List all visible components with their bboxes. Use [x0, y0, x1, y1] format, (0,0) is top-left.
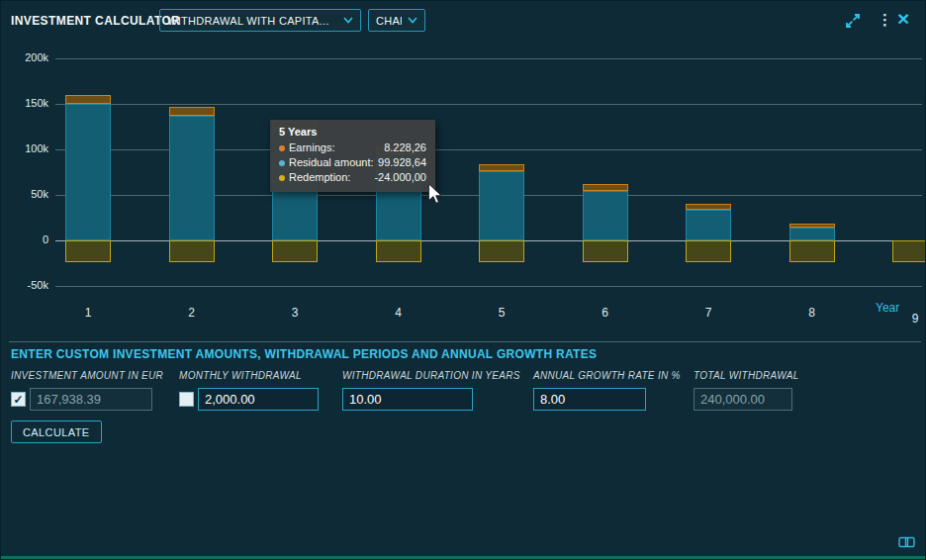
- bar-residual-amount[interactable]: [479, 171, 524, 240]
- field-group-monthly-withdrawal: MONTHLY WITHDRAWAL: [179, 370, 319, 411]
- bottom-accent-strip: [1, 556, 925, 559]
- bar-redemption[interactable]: [65, 240, 111, 262]
- bar-redemption[interactable]: [479, 240, 524, 262]
- bar-residual-amount[interactable]: [789, 228, 835, 240]
- y-axis-tick: 150k: [7, 97, 48, 109]
- bar-redemption[interactable]: [169, 240, 215, 262]
- withdrawal-duration-input[interactable]: [342, 388, 473, 411]
- bar-earnings[interactable]: [169, 107, 215, 116]
- bar-redemption[interactable]: [376, 240, 421, 262]
- bar-residual-amount[interactable]: [686, 210, 731, 240]
- bar-redemption[interactable]: [892, 240, 926, 262]
- x-axis-tick: 9: [900, 312, 926, 326]
- gridline: [55, 58, 922, 59]
- bar-redemption[interactable]: [686, 240, 731, 262]
- tooltip-value: -24.000,00: [374, 170, 426, 185]
- earnings-series-dot: [279, 145, 285, 151]
- x-axis-tick: 4: [384, 306, 414, 320]
- bar-chart: Year 200k150k100k50k0-50k123456789: [1, 1, 926, 337]
- total-withdrawal-input[interactable]: [694, 388, 792, 411]
- link-icon[interactable]: [898, 534, 915, 552]
- investment-amount-checkbox[interactable]: ✓: [11, 392, 26, 407]
- tooltip-label: Residual amount:: [289, 155, 374, 170]
- bar-redemption[interactable]: [583, 240, 628, 262]
- y-axis-tick: 100k: [7, 142, 48, 154]
- y-axis-tick: -50k: [7, 279, 48, 291]
- calculate-button[interactable]: CALCULATE: [11, 420, 102, 443]
- bar-earnings[interactable]: [479, 164, 524, 172]
- bar-redemption[interactable]: [789, 240, 835, 262]
- bar-earnings[interactable]: [583, 184, 628, 191]
- redemption-series-dot: [279, 175, 285, 181]
- field-group-total-withdrawal: TOTAL WITHDRAWAL: [694, 370, 799, 411]
- tooltip-value: 8.228,26: [384, 140, 426, 155]
- x-axis-tick: 2: [177, 306, 207, 320]
- x-axis-tick: 8: [797, 306, 827, 320]
- bar-earnings[interactable]: [65, 95, 111, 104]
- bar-residual-amount[interactable]: [65, 104, 111, 240]
- bar-residual-amount[interactable]: [583, 191, 628, 240]
- field-group-withdrawal-duration: WITHDRAWAL DURATION IN YEARS: [342, 370, 520, 411]
- section-title: ENTER CUSTOM INVESTMENT AMOUNTS, WITHDRA…: [11, 347, 597, 361]
- y-axis-tick: 50k: [7, 188, 48, 200]
- gridline: [55, 104, 922, 105]
- y-axis-tick: 0: [7, 233, 48, 245]
- investment-calculator-widget: INVESTMENT CALCULATOR WITHDRAWAL WITH CA…: [0, 0, 926, 560]
- x-axis-tick: 3: [280, 306, 310, 320]
- bar-redemption[interactable]: [272, 240, 318, 262]
- monthly-withdrawal-input[interactable]: [198, 388, 319, 411]
- bar-earnings[interactable]: [789, 224, 835, 229]
- tooltip-label: Earnings:: [289, 140, 334, 155]
- field-label: TOTAL WITHDRAWAL: [694, 370, 799, 381]
- x-axis-tick: 7: [694, 306, 723, 320]
- x-axis-tick: 6: [591, 306, 620, 320]
- chart-tooltip: 5 Years Earnings: 8.228,26 Residual amou…: [270, 120, 435, 192]
- tooltip-value: 99.928,64: [378, 155, 426, 170]
- x-axis-tick: 1: [73, 306, 103, 320]
- field-group-annual-growth-rate: ANNUAL GROWTH RATE IN %: [533, 370, 681, 411]
- bar-earnings[interactable]: [686, 204, 731, 210]
- monthly-withdrawal-checkbox[interactable]: [179, 392, 194, 407]
- field-group-investment-amount: INVESTMENT AMOUNT IN EUR ✓: [11, 370, 163, 411]
- tooltip-row-redemption: Redemption: -24.000,00: [279, 170, 426, 185]
- checkmark-icon: ✓: [13, 393, 23, 407]
- residual-series-dot: [279, 160, 285, 166]
- bar-residual-amount[interactable]: [169, 116, 215, 240]
- tooltip-row-earnings: Earnings: 8.228,26: [279, 140, 426, 155]
- field-label: MONTHLY WITHDRAWAL: [179, 370, 319, 381]
- mouse-cursor: [427, 183, 443, 205]
- x-axis-title: Year: [876, 301, 899, 315]
- field-label: INVESTMENT AMOUNT IN EUR: [11, 370, 163, 381]
- tooltip-label: Redemption:: [289, 170, 350, 185]
- tooltip-row-residual: Residual amount: 99.928,64: [279, 155, 426, 170]
- section-divider: [9, 341, 921, 342]
- gridline: [55, 286, 922, 287]
- tooltip-title: 5 Years: [279, 126, 426, 138]
- investment-amount-input[interactable]: [30, 388, 152, 411]
- x-axis-tick: 5: [487, 306, 516, 320]
- annual-growth-rate-input[interactable]: [533, 388, 646, 411]
- field-label: ANNUAL GROWTH RATE IN %: [533, 370, 681, 381]
- y-axis-tick: 200k: [7, 51, 48, 63]
- field-label: WITHDRAWAL DURATION IN YEARS: [342, 370, 520, 381]
